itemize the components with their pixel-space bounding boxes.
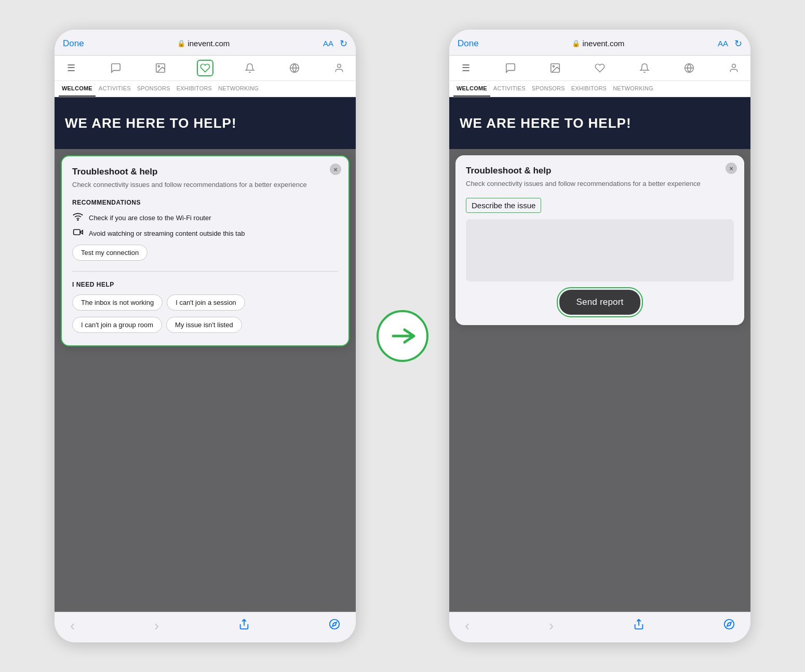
bottom-bar-right: ‹ › — [449, 612, 750, 642]
nav-bell-right[interactable] — [636, 60, 653, 76]
help-tags: The inbox is not working I can't join a … — [72, 294, 338, 335]
tab-bar-left: WELCOME ACTIVITIES SPONSORS EXHIBITORS N… — [55, 81, 356, 97]
forward-btn-left[interactable]: › — [154, 617, 159, 634]
nav-heart-left[interactable] — [197, 60, 213, 76]
tab-sponsors-left[interactable]: SPONSORS — [134, 81, 173, 97]
safari-aa-right[interactable]: AA — [718, 39, 728, 48]
modal-subtitle-right: Check connectivity issues and follow rec… — [466, 179, 734, 189]
modal-title-right: Troubleshoot & help — [466, 166, 734, 176]
safari-done-left[interactable]: Done — [63, 38, 84, 49]
tab-exhibitors-right[interactable]: EXHIBITORS — [568, 81, 610, 97]
describe-issue-label: Describe the issue — [466, 198, 541, 213]
svg-point-5 — [77, 220, 78, 221]
test-connection-btn[interactable]: Test my connection — [72, 245, 147, 261]
tab-bar-right: WELCOME ACTIVITIES SPONSORS EXHIBITORS N… — [449, 81, 750, 97]
rec-wifi-text: Check if you are close to the Wi-Fi rout… — [89, 214, 211, 222]
svg-point-17 — [725, 620, 734, 629]
app-nav-left: ☰ — [55, 56, 356, 81]
nav-heart-right[interactable] — [592, 60, 608, 76]
modal-title-left: Troubleshoot & help — [72, 167, 338, 177]
share-btn-left[interactable] — [238, 619, 250, 633]
safari-controls-right: AA ↻ — [718, 38, 742, 49]
svg-marker-10 — [332, 622, 337, 626]
app-nav-right: ☰ — [449, 56, 750, 81]
safari-domain-right: inevent.com — [582, 39, 624, 48]
nav-gallery-right[interactable] — [547, 60, 564, 76]
need-help-section: I NEED HELP The inbox is not working I c… — [72, 281, 338, 335]
svg-point-12 — [553, 65, 554, 67]
safari-controls-left: AA ↻ — [323, 38, 347, 49]
nav-hamburger-left[interactable]: ☰ — [63, 60, 79, 76]
nav-chat-left[interactable] — [108, 60, 124, 76]
compass-btn-left[interactable] — [329, 619, 340, 633]
transition-arrow — [377, 310, 428, 362]
svg-point-4 — [338, 64, 341, 68]
rec-video: Avoid watching or streaming content outs… — [72, 228, 338, 238]
tab-activities-right[interactable]: ACTIVITIES — [490, 81, 529, 97]
arrow-icon — [389, 322, 416, 350]
left-phone: Done 🔒 inevent.com AA ↻ ☰ — [55, 30, 356, 642]
content-area-left: × Troubleshoot & help Check connectivity… — [55, 149, 356, 612]
safari-bar-right: Done 🔒 inevent.com AA ↻ — [449, 30, 750, 56]
nav-globe-right[interactable] — [681, 60, 697, 76]
help-tag-group[interactable]: I can't join a group room — [72, 317, 162, 333]
modal-close-left[interactable]: × — [330, 164, 341, 175]
hero-banner-left: WE ARE HERE TO HELP! — [55, 97, 356, 149]
lock-icon-left: 🔒 — [177, 39, 185, 47]
report-modal-right: × Troubleshoot & help Check connectivity… — [455, 155, 744, 325]
tab-welcome-right[interactable]: WELCOME — [453, 81, 490, 97]
svg-rect-6 — [74, 230, 81, 235]
nav-chat-right[interactable] — [502, 60, 519, 76]
right-phone: Done 🔒 inevent.com AA ↻ ☰ — [449, 30, 750, 642]
nav-bell-left[interactable] — [242, 60, 258, 76]
safari-bar-left: Done 🔒 inevent.com AA ↻ — [55, 30, 356, 56]
need-help-header: I NEED HELP — [72, 281, 338, 288]
nav-gallery-left[interactable] — [152, 60, 169, 76]
issue-textarea[interactable] — [466, 219, 734, 281]
recommendations-header-left: RECOMMENDATIONS — [72, 199, 338, 206]
safari-reload-right[interactable]: ↻ — [734, 38, 742, 49]
send-report-button[interactable]: Send report — [559, 290, 640, 315]
bottom-bar-left: ‹ › — [55, 612, 356, 642]
modal-subtitle-left: Check connectivity issues and follow rec… — [72, 180, 338, 190]
modal-close-right[interactable]: × — [726, 163, 737, 174]
help-tag-session[interactable]: I can't join a session — [167, 294, 245, 311]
tab-welcome-left[interactable]: WELCOME — [59, 81, 96, 97]
help-tag-inbox[interactable]: The inbox is not working — [72, 294, 163, 311]
share-btn-right[interactable] — [633, 619, 645, 633]
divider-left — [72, 271, 338, 272]
svg-point-1 — [158, 65, 159, 67]
troubleshoot-modal-left: × Troubleshoot & help Check connectivity… — [61, 155, 350, 346]
svg-point-9 — [330, 620, 339, 629]
video-icon — [72, 228, 84, 238]
safari-url-right: 🔒 inevent.com — [572, 39, 624, 48]
back-btn-left[interactable]: ‹ — [70, 617, 75, 634]
lock-icon-right: 🔒 — [572, 39, 580, 47]
svg-point-15 — [732, 64, 736, 68]
wifi-icon — [72, 212, 84, 223]
tab-exhibitors-left[interactable]: EXHIBITORS — [173, 81, 215, 97]
tab-activities-left[interactable]: ACTIVITIES — [96, 81, 134, 97]
nav-globe-left[interactable] — [286, 60, 303, 76]
tab-sponsors-right[interactable]: SPONSORS — [529, 81, 568, 97]
help-tag-other[interactable]: My issue isn't listed — [166, 317, 242, 333]
rec-wifi: Check if you are close to the Wi-Fi rout… — [72, 212, 338, 223]
nav-user-left[interactable] — [331, 60, 347, 76]
safari-url-left: 🔒 inevent.com — [177, 39, 230, 48]
svg-marker-18 — [727, 622, 731, 626]
hero-banner-right: WE ARE HERE TO HELP! — [449, 97, 750, 149]
compass-btn-right[interactable] — [723, 619, 735, 633]
safari-domain-left: inevent.com — [187, 39, 230, 48]
nav-hamburger-right[interactable]: ☰ — [458, 60, 474, 76]
forward-btn-right[interactable]: › — [549, 617, 554, 634]
safari-aa-left[interactable]: AA — [323, 39, 333, 48]
tab-networking-right[interactable]: NETWORKING — [610, 81, 656, 97]
safari-reload-left[interactable]: ↻ — [340, 38, 347, 49]
safari-done-right[interactable]: Done — [458, 38, 479, 49]
back-btn-right[interactable]: ‹ — [465, 617, 469, 634]
content-area-right: × Troubleshoot & help Check connectivity… — [449, 149, 750, 612]
tab-networking-left[interactable]: NETWORKING — [215, 81, 262, 97]
nav-user-right[interactable] — [726, 60, 742, 76]
rec-video-text: Avoid watching or streaming content outs… — [89, 230, 245, 237]
